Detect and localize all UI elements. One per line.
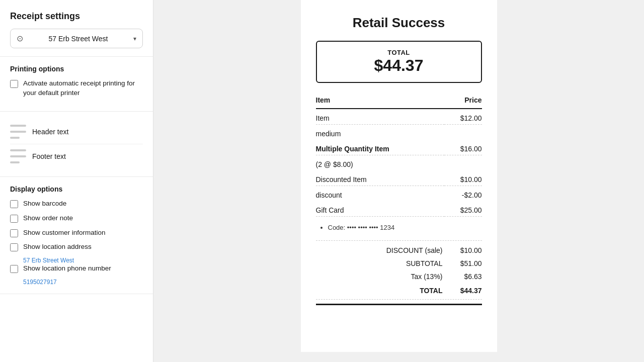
- subtotal-label: SUBTOTAL: [316, 259, 447, 267]
- item-price: $12.00: [444, 109, 482, 125]
- icon-bar-6: [10, 161, 20, 163]
- show-customer-info-row: Show customer information: [10, 228, 143, 238]
- auto-print-row: Activate automatic receipt printing for …: [10, 79, 143, 98]
- table-header-row: Item Price: [316, 93, 482, 109]
- total-summary-row: TOTAL $44.37: [316, 284, 482, 297]
- receipt-store-name: Retail Success: [316, 15, 482, 31]
- table-row-sub: discount -$2.00: [316, 186, 482, 202]
- printing-options-section: Printing options Activate automatic rece…: [0, 57, 153, 112]
- icon-bar-3: [10, 137, 20, 139]
- show-location-address-row: Show location address: [10, 242, 143, 252]
- item-variant: medium: [316, 125, 444, 140]
- bottom-separator-1: [316, 299, 482, 300]
- show-order-note-checkbox[interactable]: [10, 215, 18, 223]
- total-summary-value: $44.37: [447, 287, 482, 295]
- header-text-label: Header text: [32, 128, 68, 136]
- icon-bar-4: [10, 149, 26, 151]
- price-col-header: Price: [444, 93, 482, 109]
- location-address-sub: 57 Erb Street West: [10, 257, 143, 264]
- show-phone-row: Show location phone number: [10, 264, 143, 274]
- bottom-separator-2: [316, 304, 482, 305]
- location-name: 57 Erb Street West: [27, 35, 129, 43]
- left-panel: Receipt settings ⊙ 57 Erb Street West ▾ …: [0, 0, 153, 362]
- gift-card-price: $25.00: [444, 201, 482, 217]
- discount-summary-value: $10.00: [447, 246, 482, 254]
- multi-qty-price: $16.00: [444, 140, 482, 155]
- phone-sub: 5195027917: [10, 279, 143, 286]
- discount-amount: -$2.00: [444, 186, 482, 202]
- panel-header: Receipt settings ⊙ 57 Erb Street West ▾: [0, 0, 153, 57]
- total-box-label: TOTAL: [327, 49, 471, 56]
- multi-qty-name: Multiple Quantity Item: [316, 140, 444, 155]
- icon-bar-1: [10, 125, 26, 127]
- total-box: TOTAL $44.37: [316, 41, 482, 83]
- footer-text-row[interactable]: Footer text: [10, 144, 143, 168]
- footer-text-icon: [10, 149, 26, 163]
- gift-card-code-value: Code: •••• •••• •••• 1234: [328, 224, 482, 231]
- chevron-down-icon: ▾: [133, 35, 136, 42]
- discount-label: discount: [316, 186, 444, 202]
- table-row: Discounted Item $10.00: [316, 170, 482, 186]
- gift-card-name: Gift Card: [316, 201, 444, 217]
- receipt-preview: Retail Success TOTAL $44.37 Item Price I…: [301, 0, 497, 352]
- gift-card-code: Code: •••• •••• •••• 1234: [316, 222, 482, 236]
- show-barcode-checkbox[interactable]: [10, 200, 18, 208]
- page-title: Receipt settings: [10, 11, 143, 22]
- total-summary-label: TOTAL: [316, 287, 447, 295]
- receipt-summary: DISCOUNT (sale) $10.00 SUBTOTAL $51.00 T…: [316, 244, 482, 297]
- auto-print-label[interactable]: Activate automatic receipt printing for …: [23, 79, 143, 98]
- table-row: Item $12.00: [316, 109, 482, 125]
- table-row: Multiple Quantity Item $16.00: [316, 140, 482, 155]
- footer-text-label: Footer text: [32, 152, 66, 160]
- subtotal-row: SUBTOTAL $51.00: [316, 257, 482, 270]
- discounted-item-price: $10.00: [444, 170, 482, 186]
- item-col-header: Item: [316, 93, 444, 109]
- icon-bar-5: [10, 155, 26, 157]
- icon-bar-2: [10, 131, 26, 133]
- multi-qty-variant: (2 @ $8.00): [316, 155, 444, 171]
- show-order-note-label[interactable]: Show order note: [23, 214, 73, 223]
- show-barcode-label[interactable]: Show barcode: [23, 199, 66, 209]
- header-text-row[interactable]: Header text: [10, 120, 143, 144]
- show-customer-info-checkbox[interactable]: [10, 229, 18, 237]
- table-row-sub: Code: •••• •••• •••• 1234: [316, 217, 482, 239]
- item-name: Item: [316, 109, 444, 125]
- show-barcode-row: Show barcode: [10, 199, 143, 209]
- show-phone-label[interactable]: Show location phone number: [23, 264, 111, 274]
- show-customer-info-label[interactable]: Show customer information: [23, 228, 106, 238]
- show-phone-checkbox[interactable]: [10, 265, 18, 273]
- tax-value: $6.63: [447, 273, 482, 281]
- receipt-table: Item Price Item $12.00 medium Multiple Q…: [316, 93, 482, 238]
- display-options-title: Display options: [10, 185, 143, 193]
- tax-row: Tax (13%) $6.63: [316, 270, 482, 283]
- discount-summary-label: DISCOUNT (sale): [316, 246, 447, 254]
- auto-print-checkbox[interactable]: [10, 80, 18, 88]
- location-dropdown[interactable]: ⊙ 57 Erb Street West ▾: [10, 29, 143, 48]
- discount-summary-row: DISCOUNT (sale) $10.00: [316, 244, 482, 257]
- table-row: Gift Card $25.00: [316, 201, 482, 217]
- subtotal-value: $51.00: [447, 259, 482, 267]
- show-location-address-checkbox[interactable]: [10, 243, 18, 251]
- total-box-amount: $44.37: [327, 56, 471, 75]
- show-location-address-label[interactable]: Show location address: [23, 242, 92, 252]
- header-text-icon: [10, 125, 26, 139]
- summary-separator: [316, 240, 482, 241]
- table-row-sub: medium: [316, 125, 482, 140]
- show-order-note-row: Show order note: [10, 214, 143, 223]
- printing-options-title: Printing options: [10, 65, 143, 73]
- right-area: Retail Success TOTAL $44.37 Item Price I…: [153, 0, 644, 362]
- text-options-section: Header text Footer text: [0, 112, 153, 177]
- location-icon: ⊙: [17, 34, 23, 43]
- discounted-item-name: Discounted Item: [316, 170, 444, 186]
- tax-label: Tax (13%): [316, 273, 447, 281]
- table-row-sub: (2 @ $8.00): [316, 155, 482, 171]
- display-options-section: Display options Show barcode Show order …: [0, 177, 153, 294]
